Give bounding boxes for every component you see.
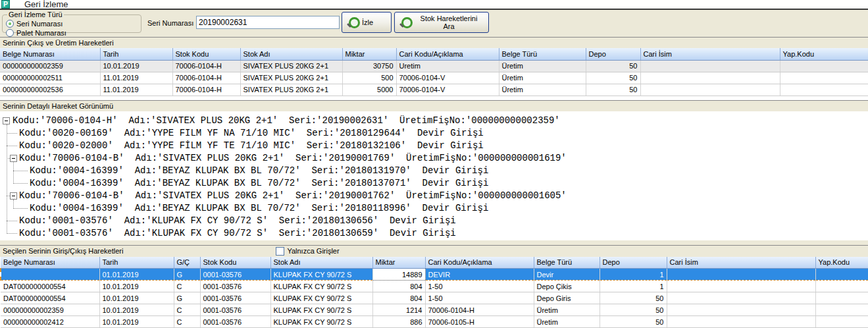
izle-button[interactable]: İzle xyxy=(342,12,392,33)
cell-cari-kodu[interactable]: 70006-0104-H xyxy=(425,304,534,316)
column-header[interactable]: G/Ç xyxy=(174,257,200,269)
cell-belge-numarasi[interactable]: DAT000000000554 xyxy=(1,292,99,304)
table-row[interactable]: 000000000002511 11.01.2019 70006-0104-H … xyxy=(0,72,868,84)
collapse-icon[interactable] xyxy=(10,155,17,162)
cell-stok-adi[interactable]: KLUPAK FX CY 90/72 S xyxy=(270,316,372,328)
tree-node[interactable]: Kodu:'0001-03576' Adı:'KLUPAK FX CY 90/7… xyxy=(0,227,868,240)
cell-tarih[interactable]: 10.01.2019 xyxy=(99,304,174,316)
column-header[interactable]: Cari Kodu/Açıklama xyxy=(396,48,499,60)
column-header[interactable]: Belge Numarası xyxy=(1,257,99,269)
cell-miktar[interactable]: 30750 xyxy=(342,60,396,72)
cell-cari-isim[interactable] xyxy=(640,60,780,72)
tree-node[interactable]: Kodu:'70006-0104-B' Adı:'SIVATEX PLUS 20… xyxy=(0,190,868,202)
cell-belge-numarasi[interactable]: 000000000002412 xyxy=(1,316,99,328)
cell-stok-adi[interactable]: SIVATEX PLUS 20KG 2+1 xyxy=(240,72,342,84)
column-header[interactable]: Belge Türü xyxy=(534,257,600,269)
column-header[interactable]: Stok Adı xyxy=(270,257,372,269)
cell-stok-adi[interactable]: SIVATEX PLUS 20KG 2+1 xyxy=(240,60,342,72)
cell-stok-kodu[interactable]: 0001-03576 xyxy=(200,316,270,328)
column-header[interactable]: Tarih xyxy=(100,48,172,60)
yalnizca-girisler-checkbox[interactable]: Yalnızca Girişler xyxy=(276,247,339,256)
cell-tarih[interactable]: 10.01.2019 xyxy=(99,316,174,328)
cell-cari-isim[interactable] xyxy=(640,84,780,96)
cell-stok-kodu[interactable]: 70006-0104-H xyxy=(172,60,240,72)
cell-belge-turu[interactable]: Üretim xyxy=(534,304,600,316)
table-row-selected[interactable]: 01.01.2019 G 0001-03576 KLUPAK FX CY 90/… xyxy=(1,269,868,281)
cell-belge-numarasi[interactable]: 000000000002359 xyxy=(1,304,99,316)
cell-gc[interactable]: C xyxy=(174,316,200,328)
table-row[interactable]: 000000000002536 11.01.2019 70006-0104-H … xyxy=(0,84,868,96)
column-header[interactable]: Yap.Kodu xyxy=(780,48,868,60)
cell-stok-kodu[interactable]: 0001-03576 xyxy=(200,304,270,316)
cell-gc[interactable]: C xyxy=(174,281,200,292)
tree-node[interactable]: Kodu:'0004-16399' Adı:'BEYAZ KLUPAK BX B… xyxy=(0,202,868,215)
cell-depo[interactable]: 50 xyxy=(586,60,640,72)
cell-cari-isim[interactable] xyxy=(667,269,815,281)
cell-belge-turu[interactable]: Üretim xyxy=(534,316,600,328)
cell-yap-kodu[interactable] xyxy=(815,281,868,292)
cell-gc[interactable]: G xyxy=(174,292,200,304)
cell-belge-turu[interactable]: Üretim xyxy=(499,60,586,72)
cell-stok-adi[interactable]: KLUPAK FX CY 90/72 S xyxy=(270,292,372,304)
tree-node-root[interactable]: Kodu:'70006-0104-H' Adı:'SIVATEX PLUS 20… xyxy=(0,115,868,127)
column-header[interactable]: Stok Kodu xyxy=(172,48,240,60)
collapse-icon[interactable] xyxy=(3,117,10,124)
cell-cari-kodu[interactable]: Uretim xyxy=(396,60,499,72)
cell-stok-kodu[interactable]: 70006-0104-H xyxy=(172,84,240,96)
cell-miktar[interactable]: 886 xyxy=(372,316,425,328)
table-row[interactable]: 000000000002359 10.01.2019 70006-0104-H … xyxy=(0,60,868,72)
cell-stok-adi[interactable]: KLUPAK FX CY 90/72 S xyxy=(270,281,372,292)
column-header[interactable]: Depo xyxy=(586,48,640,60)
cell-belge-turu[interactable]: Üretim xyxy=(499,84,586,96)
table-row[interactable]: 000000000002412 10.01.2019 C 0001-03576 … xyxy=(1,316,868,328)
cell-cari-isim[interactable] xyxy=(667,292,815,304)
column-header[interactable]: Miktar xyxy=(342,48,396,60)
radio-palet-numarasi[interactable]: Palet Numarası xyxy=(6,29,66,37)
cell-stok-kodu[interactable]: 70006-0104-H xyxy=(172,72,240,84)
cell-tarih[interactable]: 10.01.2019 xyxy=(99,281,174,292)
cell-yap-kodu[interactable] xyxy=(815,292,868,304)
cell-tarih[interactable]: 11.01.2019 xyxy=(100,72,172,84)
cell-depo[interactable]: 50 xyxy=(600,292,667,304)
cell-depo[interactable]: 50 xyxy=(600,304,667,316)
cell-depo[interactable]: 50 xyxy=(586,72,640,84)
tree-node[interactable]: Kodu:'0004-16399' Adı:'BEYAZ KLUPAK BX B… xyxy=(0,165,868,177)
cell-tarih[interactable]: 10.01.2019 xyxy=(100,60,172,72)
cell-miktar[interactable]: 804 xyxy=(372,292,425,304)
column-header[interactable]: Belge Numarası xyxy=(0,48,100,60)
radio-selected-icon[interactable] xyxy=(6,20,14,28)
checkbox-icon[interactable] xyxy=(276,247,284,256)
column-header[interactable]: Yap.Kodu xyxy=(815,257,868,269)
collapse-icon[interactable] xyxy=(10,192,17,200)
column-header[interactable]: Cari Kodu/Açıklama xyxy=(425,257,534,269)
tree-node[interactable]: Kodu:'70006-0104-B' Adı:'SIVATEX PLUS 20… xyxy=(0,152,868,165)
cell-belge-numarasi[interactable]: 000000000002536 xyxy=(0,84,100,96)
radio-unselected-icon[interactable] xyxy=(6,29,14,37)
column-header[interactable]: Belge Türü xyxy=(499,48,586,60)
cell-miktar[interactable]: 804 xyxy=(372,281,425,292)
table-row[interactable]: DAT000000000554 10.01.2019 G 0001-03576 … xyxy=(1,292,868,304)
tree-node[interactable]: Kodu:'0001-03576' Adı:'KLUPAK FX CY 90/7… xyxy=(0,215,868,227)
column-header[interactable]: Stok Adı xyxy=(240,48,342,60)
cell-belge-numarasi[interactable]: 000000000002511 xyxy=(0,72,100,84)
cell-yap-kodu[interactable] xyxy=(780,72,868,84)
column-header[interactable]: Tarih xyxy=(99,257,174,269)
cell-cari-kodu[interactable]: 70006-0104-V xyxy=(396,72,499,84)
cell-cari-kodu[interactable]: 70006-0105-H xyxy=(425,316,534,328)
cell-belge-numarasi[interactable]: DAT000000000554 xyxy=(1,281,99,292)
cell-stok-adi[interactable]: SIVATEX PLUS 20KG 2+1 xyxy=(240,84,342,96)
cell-cari-isim[interactable] xyxy=(640,72,780,84)
seri-numarasi-input[interactable] xyxy=(196,16,340,29)
cell-gc[interactable]: C xyxy=(174,304,200,316)
cell-belge-turu[interactable]: Üretim xyxy=(499,72,586,84)
cell-cari-kodu[interactable]: 1-50 xyxy=(425,292,534,304)
cell-cari-kodu[interactable]: 70006-0104-V xyxy=(396,84,499,96)
column-header[interactable]: Depo xyxy=(600,257,667,269)
table-row[interactable]: 000000000002359 10.01.2019 C 0001-03576 … xyxy=(1,304,868,316)
cell-depo[interactable]: 50 xyxy=(586,84,640,96)
cell-belge-numarasi[interactable]: 000000000002359 xyxy=(0,60,100,72)
stok-hareketlerini-ara-button[interactable]: Stok Hareketlerini Ara xyxy=(394,12,489,33)
cell-yap-kodu[interactable] xyxy=(780,84,868,96)
cell-miktar[interactable]: 5000 xyxy=(342,84,396,96)
cell-yap-kodu[interactable] xyxy=(815,316,868,328)
